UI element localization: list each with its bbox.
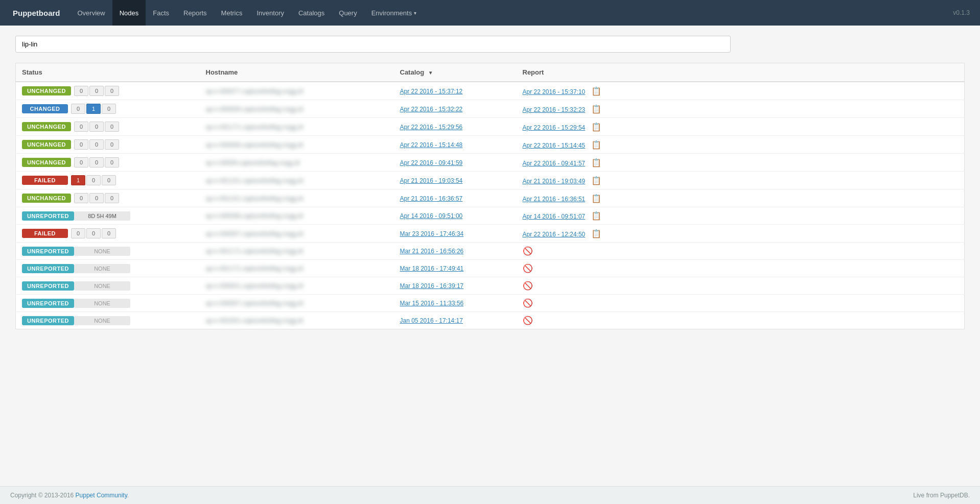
table-row: FAILED100ap-n-001101.capturetheflag.nogg… [16, 172, 965, 189]
none-label: NONE [74, 247, 130, 256]
no-report-icon: 🚫 [523, 316, 533, 325]
status-cell: UNREPORTED8D 5H 49M [16, 207, 200, 225]
catalog-cell: Mar 18 2016 - 17:49:41 [394, 260, 517, 277]
report-cell: Apr 21 2016 - 19:03:49📋 [517, 172, 965, 189]
count-box: 0 [105, 122, 119, 132]
catalog-link[interactable]: Apr 22 2016 - 15:14:48 [400, 141, 463, 149]
catalog-link[interactable]: Jan 05 2016 - 17:14:17 [400, 317, 463, 324]
report-link[interactable]: Apr 22 2016 - 12:24:50 [523, 231, 586, 238]
nav-item-query[interactable]: Query [332, 0, 364, 26]
catalog-link[interactable]: Mar 18 2016 - 17:49:41 [400, 265, 464, 272]
report-icon[interactable]: 📋 [591, 176, 601, 185]
table-row: FAILED000ap-n-000007.capturetheflag.nogg… [16, 225, 965, 243]
report-icon[interactable]: 📋 [591, 105, 601, 113]
report-link[interactable]: Apr 22 2016 - 15:29:54 [523, 124, 586, 131]
navbar: Puppetboard OverviewNodesFactsReportsMet… [0, 0, 980, 26]
search-input[interactable] [15, 36, 731, 53]
nav-item-metrics[interactable]: Metrics [214, 0, 250, 26]
nav-item-reports[interactable]: Reports [176, 0, 214, 26]
catalog-link[interactable]: Mar 15 2016 - 11:33:56 [400, 300, 464, 307]
no-report-icon: 🚫 [523, 281, 533, 290]
report-link[interactable]: Apr 21 2016 - 19:03:49 [523, 178, 586, 185]
none-label: NONE [74, 281, 130, 291]
nav-item-inventory[interactable]: Inventory [249, 0, 291, 26]
hostname-cell: ap-n-000009.capturetheflag.nogg.dt [200, 100, 394, 118]
hostname-text: ap-n-001101.capturetheflag.nogg.dt [206, 195, 304, 202]
status-cell: UNCHANGED000 [16, 154, 200, 172]
table-row: CHANGED010ap-n-000009.capturetheflag.nog… [16, 100, 965, 118]
hostname-cell: ap-n-000007.capturetheflag.nogg.dt [200, 225, 394, 243]
report-link[interactable]: Apr 22 2016 - 15:32:23 [523, 106, 586, 113]
count-box: 0 [89, 139, 104, 150]
report-link[interactable]: Apr 22 2016 - 15:14:45 [523, 142, 586, 149]
catalog-link[interactable]: Apr 22 2016 - 15:32:22 [400, 106, 463, 113]
report-icon[interactable]: 📋 [591, 140, 601, 149]
report-icon[interactable]: 📋 [591, 158, 601, 167]
report-link[interactable]: Apr 14 2016 - 09:51:07 [523, 213, 586, 220]
hostname-text: ap-n-000077.capturetheflag.nogg.dt [206, 88, 304, 95]
report-link[interactable]: Apr 22 2016 - 15:37:10 [523, 88, 586, 95]
status-badge: FAILED [22, 176, 68, 185]
report-cell: Apr 22 2016 - 15:29:54📋 [517, 118, 965, 136]
count-box: 0 [71, 104, 85, 114]
catalog-link[interactable]: Apr 22 2016 - 09:41:59 [400, 159, 463, 166]
report-cell: 🚫 [517, 260, 965, 277]
nav-brand[interactable]: Puppetboard [5, 9, 68, 17]
report-link[interactable]: Apr 22 2016 - 09:41:57 [523, 160, 586, 167]
col-hostname: Hostname [200, 63, 394, 82]
status-badge: FAILED [22, 229, 68, 238]
catalog-link[interactable]: Apr 21 2016 - 19:03:54 [400, 177, 463, 184]
catalog-link[interactable]: Mar 21 2016 - 16:56:26 [400, 248, 464, 255]
count-box: 0 [74, 122, 88, 132]
hostname-cell: ap-n-000001.capturetheflag.nogg.dt [200, 277, 394, 295]
count-box: 0 [89, 86, 104, 96]
catalog-link[interactable]: Mar 23 2016 - 17:46:34 [400, 230, 464, 237]
status-badge: UNREPORTED [22, 281, 74, 291]
count-group: 000 [71, 228, 116, 238]
table-row: UNREPORTED8D 5H 49Map-n-000098.captureth… [16, 207, 965, 225]
count-box: 0 [74, 157, 88, 167]
hostname-cell: ap-n-000007.capturetheflag.nogg.dt [200, 295, 394, 312]
count-group: 000 [74, 157, 119, 167]
count-box: 0 [86, 228, 101, 238]
catalog-link[interactable]: Apr 21 2016 - 16:36:57 [400, 195, 463, 202]
report-icon[interactable]: 📋 [591, 87, 601, 95]
report-icon[interactable]: 📋 [591, 229, 601, 238]
hostname-text: ap-n-00009.capturetheflag.nogg.dt [206, 159, 300, 166]
report-icon[interactable]: 📋 [591, 211, 601, 220]
hostname-cell: ap-n-001171.capturetheflag.nogg.dt [200, 260, 394, 277]
status-cell: UNREPORTEDNONE [16, 312, 200, 329]
col-catalog[interactable]: Catalog ▼ [394, 63, 517, 82]
count-group: 000 [74, 122, 119, 132]
hostname-cell: ap-n-00009.capturetheflag.nogg.dt [200, 154, 394, 172]
report-icon[interactable]: 📋 [591, 194, 601, 203]
nav-item-catalogs[interactable]: Catalogs [291, 0, 332, 26]
col-report: Report [517, 63, 965, 82]
nav-item-environments[interactable]: Environments ▾ [364, 0, 424, 26]
catalog-link[interactable]: Apr 22 2016 - 15:29:56 [400, 124, 463, 131]
hostname-cell: ap-n-001101.capturetheflag.nogg.dt [200, 172, 394, 189]
catalog-cell: Apr 22 2016 - 15:29:56 [394, 118, 517, 136]
hostname-text: ap-n-001171.capturetheflag.nogg.dt [206, 248, 304, 255]
count-box: 0 [89, 157, 104, 167]
report-cell: Apr 22 2016 - 15:14:45📋 [517, 136, 965, 154]
count-box: 0 [105, 157, 119, 167]
count-box: 0 [102, 228, 116, 238]
hostname-text: ap-n-000098.capturetheflag.nogg.dt [206, 212, 304, 220]
nav-item-facts[interactable]: Facts [146, 0, 176, 26]
no-report-icon: 🚫 [523, 299, 533, 307]
no-report-icon: 🚫 [523, 264, 533, 273]
catalog-link[interactable]: Apr 14 2016 - 09:51:00 [400, 212, 463, 220]
report-icon[interactable]: 📋 [591, 123, 601, 131]
catalog-cell: Apr 22 2016 - 15:32:22 [394, 100, 517, 118]
catalog-link[interactable]: Mar 18 2016 - 16:39:17 [400, 282, 464, 290]
nav-item-nodes[interactable]: Nodes [112, 0, 146, 26]
nav-items: OverviewNodesFactsReportsMetricsInventor… [71, 0, 424, 26]
catalog-link[interactable]: Apr 22 2016 - 15:37:12 [400, 88, 463, 95]
nav-item-overview[interactable]: Overview [71, 0, 112, 26]
report-link[interactable]: Apr 21 2016 - 16:36:51 [523, 196, 586, 203]
hostname-cell: ap-n-000098.capturetheflag.nogg.dt [200, 207, 394, 225]
status-badge: UNCHANGED [22, 122, 71, 131]
count-box: 0 [74, 86, 88, 96]
hostname-text: ap-n-000009.capturetheflag.nogg.dt [206, 106, 304, 113]
